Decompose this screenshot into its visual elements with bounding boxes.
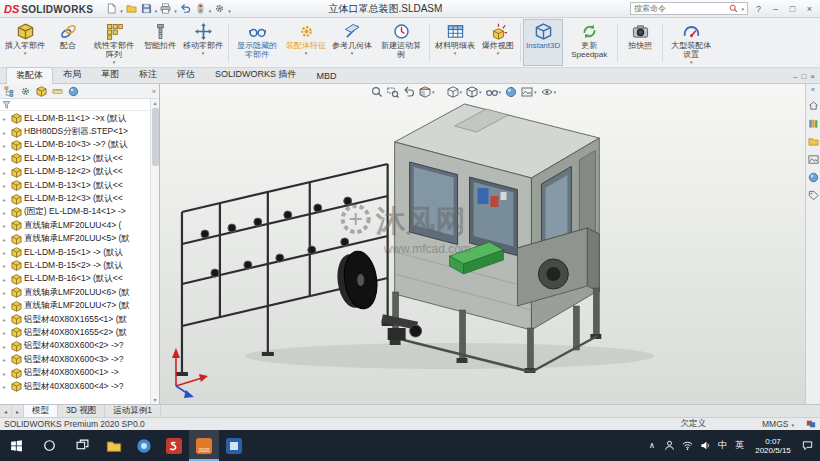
tab-layout[interactable]: 布局 xyxy=(53,66,91,83)
taskbar-app-office[interactable] xyxy=(219,430,249,461)
view-orientation-button[interactable]: ▾ xyxy=(446,85,464,98)
search-button[interactable] xyxy=(33,430,66,461)
zoom-to-area-button[interactable] xyxy=(386,85,400,98)
people-icon[interactable] xyxy=(660,440,678,451)
custom-properties-icon[interactable] xyxy=(808,190,819,201)
filter-funnel-icon[interactable] xyxy=(2,100,11,109)
design-library-icon[interactable] xyxy=(808,118,819,129)
doc-minimize-button[interactable]: – xyxy=(793,72,797,81)
expand-caret-icon[interactable]: ▸ xyxy=(3,316,9,323)
task-view-button[interactable] xyxy=(66,430,99,461)
3d-model-mask-machine[interactable]: 沐风网 www.mfcad.com xyxy=(160,84,805,404)
tree-item[interactable]: ▸铝型材40X80X600<2> ->? xyxy=(0,340,159,353)
graphics-viewport[interactable]: 沐风网 www.mfcad.com ▾ ▾ ▾ ▾ xyxy=(160,84,805,404)
ribbon-button-update-speedpak[interactable]: 更新 Speedpak xyxy=(563,19,615,66)
solidworks-resources-icon[interactable] xyxy=(808,100,819,111)
new-document-button[interactable] xyxy=(105,2,118,16)
tab-assembly[interactable]: 装配体 xyxy=(6,67,53,84)
tree-item[interactable]: ▸EL-LDM-B-15<2> -> (默认 xyxy=(0,259,159,272)
tree-item[interactable]: ▸直线轴承LMF20LUU<5> (默 xyxy=(0,233,159,246)
ribbon-button-mate[interactable]: 配合 xyxy=(48,19,88,66)
dropdown-caret-icon[interactable]: ▾ xyxy=(209,8,212,14)
appearances-icon[interactable] xyxy=(808,172,819,183)
expand-caret-icon[interactable]: ▸ xyxy=(3,383,9,390)
units-selector[interactable]: MMGS xyxy=(762,419,788,429)
tree-item[interactable]: ▸EL-LDM-B-11<1> ->x (默认 xyxy=(0,112,159,125)
tree-item[interactable]: ▸直线轴承LMF20LUU<4> ( xyxy=(0,219,159,232)
tree-item[interactable]: ▸铝型材40X80X1655<1> (默 xyxy=(0,313,159,326)
tree-item[interactable]: ▸EL-LDM-B-13<1> (默认<< xyxy=(0,179,159,192)
taskbar-app-file-explorer[interactable] xyxy=(99,430,129,461)
ime-indicator-chinese[interactable]: 中 xyxy=(714,439,731,452)
ime-indicator-english[interactable]: 英 xyxy=(731,439,748,452)
doc-close-button[interactable]: × xyxy=(810,72,815,81)
tab-scroll-left-button[interactable]: ◂ xyxy=(0,405,12,417)
edit-appearance-button[interactable] xyxy=(504,85,518,98)
taskbar-app-solidworks[interactable] xyxy=(159,430,189,461)
expand-caret-icon[interactable]: ▸ xyxy=(3,196,9,203)
zoom-to-fit-button[interactable] xyxy=(370,85,384,98)
action-center-button[interactable] xyxy=(798,440,816,451)
hide-show-items-button[interactable]: ▾ xyxy=(485,85,503,98)
ribbon-button-assembly-features[interactable]: 装配体特征▾ xyxy=(283,19,329,66)
tree-item[interactable]: ▸直线轴承LMF20LUU<7> (默 xyxy=(0,299,159,312)
tree-item[interactable]: ▸EL-LDM-B-10<3> ->? (默认 xyxy=(0,139,159,152)
search-dropdown-caret-icon[interactable]: ▾ xyxy=(741,6,744,12)
print-button[interactable] xyxy=(159,2,172,16)
expand-caret-icon[interactable]: ▸ xyxy=(3,142,9,149)
tree-item[interactable]: ▸EL-LDM-B-16<1> (默认<< xyxy=(0,273,159,286)
apply-scene-button[interactable]: ▾ xyxy=(520,85,538,98)
section-view-button[interactable]: ▾ xyxy=(418,85,436,98)
3d-views-tab[interactable]: 3D 视图 xyxy=(58,405,105,417)
tree-item[interactable]: ▸EL-LDM-B-15<1> -> (默认 xyxy=(0,246,159,259)
tree-item[interactable]: ▸EL-LDM-B-12<1> (默认<< xyxy=(0,152,159,165)
expand-caret-icon[interactable]: ▸ xyxy=(3,115,9,122)
configurationmanager-tab[interactable] xyxy=(35,85,48,98)
save-button[interactable] xyxy=(140,2,153,16)
tree-item[interactable]: ▸直线轴承LMF20LUU<6> (默 xyxy=(0,286,159,299)
expand-caret-icon[interactable]: ▸ xyxy=(3,343,9,350)
dropdown-caret-icon[interactable]: ▾ xyxy=(120,8,123,14)
ribbon-button-exploded-view[interactable]: 爆炸视图▾ xyxy=(478,19,518,66)
display-style-button[interactable]: ▾ xyxy=(465,85,483,98)
ribbon-button-new-motion-study[interactable]: 新建运动算例 xyxy=(375,19,427,66)
maximize-button[interactable]: □ xyxy=(786,4,799,14)
expand-caret-icon[interactable]: ▸ xyxy=(3,303,9,310)
ribbon-button-show-hidden-components[interactable]: 显示隐藏的零部件 xyxy=(231,19,283,66)
motion-study-tab[interactable]: 运动算例1 xyxy=(105,405,161,417)
taskbar-clock[interactable]: 0:07 2020/5/15 xyxy=(748,437,798,455)
ribbon-button-move-component[interactable]: 移动零部件▾ xyxy=(180,19,226,66)
featuremanager-tree-tab[interactable] xyxy=(3,85,16,98)
tree-item[interactable]: ▸铝型材40X80X600<4> ->? xyxy=(0,380,159,393)
options-button[interactable] xyxy=(213,2,226,16)
model-tab[interactable]: 模型 xyxy=(24,405,58,417)
tree-item[interactable]: ▸EL-LDM-B-12<3> (默认<< xyxy=(0,192,159,205)
help-button[interactable]: ? xyxy=(752,4,765,14)
doc-restore-button[interactable]: □ xyxy=(801,72,806,81)
ribbon-button-smart-fasteners[interactable]: 智能扣件 xyxy=(140,19,180,66)
tree-item[interactable]: ▸铝型材40X80X600<3> ->? xyxy=(0,353,159,366)
network-icon[interactable] xyxy=(678,440,696,451)
scroll-down-arrow-icon[interactable]: ▾ xyxy=(153,396,156,404)
tree-scrollbar[interactable]: ▴ ▾ xyxy=(150,99,159,404)
units-dropdown-caret-icon[interactable]: ▾ xyxy=(791,422,794,428)
undo-button[interactable] xyxy=(179,2,192,16)
expand-caret-icon[interactable]: ▸ xyxy=(3,222,9,229)
ribbon-button-reference-geometry[interactable]: 参考几何体▾ xyxy=(329,19,375,66)
previous-view-button[interactable] xyxy=(402,85,416,98)
tab-mbd[interactable]: MBD xyxy=(307,69,347,83)
expand-caret-icon[interactable]: ▸ xyxy=(3,182,9,189)
expand-caret-icon[interactable]: ▸ xyxy=(3,329,9,336)
open-button[interactable] xyxy=(125,2,138,16)
expand-caret-icon[interactable]: ▸ xyxy=(3,129,9,136)
panel-overflow-chevron-icon[interactable]: » xyxy=(152,88,156,95)
command-search-input[interactable] xyxy=(634,4,726,13)
dropdown-caret-icon[interactable]: ▾ xyxy=(155,8,158,14)
rebuild-button[interactable] xyxy=(194,2,207,16)
expand-caret-icon[interactable]: ▸ xyxy=(3,169,9,176)
command-search-box[interactable]: ▾ xyxy=(630,2,748,15)
tree-item[interactable]: ▸(固定) EL-LDM-B-14<1> -> xyxy=(0,206,159,219)
hidden-icons-chevron-icon[interactable]: ∧ xyxy=(644,441,660,450)
propertymanager-tab[interactable] xyxy=(19,85,32,98)
taskbar-app-solidworks-2020[interactable]: 2020 xyxy=(189,430,219,461)
